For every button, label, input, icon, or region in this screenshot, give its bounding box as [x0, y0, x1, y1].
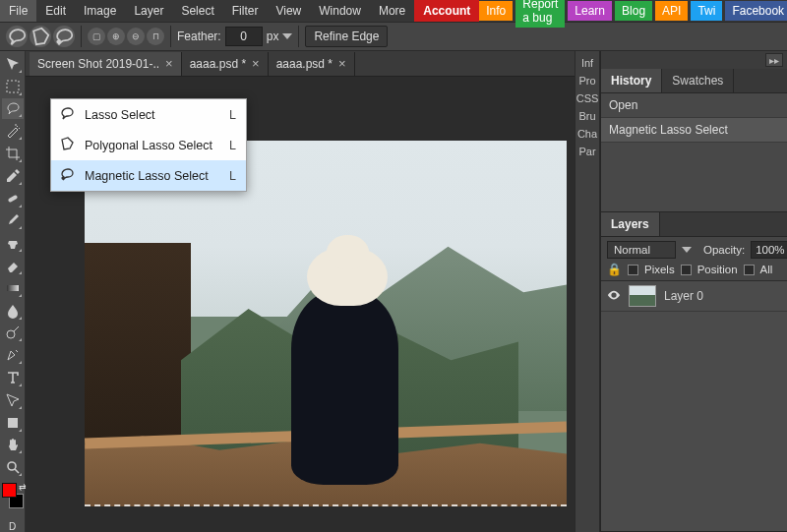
svg-point-7: [61, 176, 64, 179]
document-tab[interactable]: aaaa.psd *×: [269, 52, 355, 76]
menu-window[interactable]: Window: [310, 0, 370, 22]
tool-heal[interactable]: [2, 188, 24, 209]
menu-image[interactable]: Image: [75, 0, 125, 22]
tool-gradient[interactable]: [2, 277, 24, 299]
tool-blur[interactable]: [2, 300, 24, 322]
badge-twi[interactable]: Twi: [691, 1, 722, 21]
separator: [170, 26, 171, 47]
menu-file[interactable]: File: [0, 0, 36, 22]
menu-filter[interactable]: Filter: [223, 0, 268, 22]
layer-thumbnail[interactable]: [629, 285, 656, 307]
close-icon[interactable]: ×: [165, 59, 173, 69]
badge-info[interactable]: Info: [479, 1, 513, 21]
feather-unit: px: [267, 30, 279, 43]
badge-api[interactable]: API: [655, 1, 688, 21]
tool-pen[interactable]: [2, 344, 24, 366]
flyout-item-mag[interactable]: Magnetic Lasso SelectL: [51, 160, 246, 191]
close-icon[interactable]: ×: [252, 59, 260, 69]
sel-sub-icon[interactable]: ⊖: [127, 28, 145, 45]
swap-colors-icon[interactable]: ⇄: [19, 482, 27, 492]
options-tool-icons: [6, 26, 75, 47]
history-row[interactable]: Open: [601, 93, 787, 118]
tab-swatches[interactable]: Swatches: [662, 69, 734, 92]
tool-clone[interactable]: [2, 232, 24, 254]
menu-edit[interactable]: Edit: [36, 0, 75, 22]
document-tab[interactable]: aaaa.psd *×: [182, 52, 269, 76]
document-tabstrip: Screen Shot 2019-01-..×aaaa.psd *×aaaa.p…: [26, 51, 575, 77]
collapsed-panel-strip: InfProCSSBruChaPar: [575, 51, 600, 532]
document-tab[interactable]: Screen Shot 2019-01-..×: [30, 52, 182, 76]
layer-name[interactable]: Layer 0: [664, 289, 703, 303]
flyout-item-shortcut: L: [229, 108, 236, 122]
sel-add-icon[interactable]: ⊕: [107, 28, 125, 45]
lock-all-checkbox[interactable]: [744, 265, 755, 275]
tool-brush[interactable]: [2, 210, 24, 232]
close-icon[interactable]: ×: [338, 59, 346, 69]
badge-blog[interactable]: Blog: [615, 1, 652, 21]
menubar: FileEditImageLayerSelectFilterViewWindow…: [0, 0, 787, 22]
collapsed-panel-cha[interactable]: Cha: [577, 128, 597, 140]
flyout-item-lasso[interactable]: Lasso SelectL: [51, 99, 246, 130]
collapsed-panel-par[interactable]: Par: [578, 146, 595, 157]
history-list: Open Magnetic Lasso Select: [601, 93, 787, 211]
menu-view[interactable]: View: [267, 0, 310, 22]
feather-value-input[interactable]: 0: [225, 27, 263, 46]
menu-account[interactable]: Account: [414, 0, 479, 22]
lock-pixels-label: Pixels: [644, 264, 675, 275]
flyout-item-poly[interactable]: Polygonal Lasso SelectL: [51, 130, 246, 160]
lock-all-label: All: [760, 264, 773, 275]
tool-marquee[interactable]: [2, 76, 24, 97]
tool-lasso[interactable]: [2, 98, 24, 120]
visibility-toggle-icon[interactable]: [607, 288, 621, 305]
badge-bug[interactable]: Report a bug: [515, 0, 565, 28]
lock-position-checkbox[interactable]: [681, 265, 692, 275]
badge-learn[interactable]: Learn: [568, 1, 612, 21]
layers-panel: Layers Normal Opacity: 100% 🔒 Pixels Pos…: [601, 212, 787, 532]
image-figure: [277, 243, 412, 485]
poly-icon: [59, 136, 75, 154]
panel-collapse-button[interactable]: ▸▸: [765, 53, 783, 67]
lasso-tool-flyout: Lasso SelectLPolygonal Lasso SelectLMagn…: [50, 98, 247, 192]
lasso-mode-mag-icon[interactable]: [53, 26, 75, 47]
tool-wand[interactable]: [2, 120, 24, 142]
collapsed-panel-css[interactable]: CSS: [576, 92, 599, 104]
chevron-down-icon[interactable]: [682, 247, 692, 253]
tab-history[interactable]: History: [601, 69, 662, 92]
chevron-down-icon[interactable]: [282, 33, 292, 39]
history-row[interactable]: Magnetic Lasso Select: [601, 118, 787, 143]
svg-rect-5: [8, 418, 18, 428]
default-colors-label[interactable]: D: [9, 521, 16, 532]
tool-crop[interactable]: [2, 143, 24, 164]
collapsed-panel-bru[interactable]: Bru: [578, 110, 595, 122]
tool-hand[interactable]: [2, 435, 24, 456]
badge-fb[interactable]: Facebook: [725, 1, 787, 21]
lasso-mode-free-icon[interactable]: [6, 26, 28, 47]
sel-int-icon[interactable]: ⊓: [147, 28, 164, 45]
foreground-color-swatch[interactable]: [2, 483, 17, 498]
refine-edge-button[interactable]: Refine Edge: [305, 26, 388, 47]
tool-dodge[interactable]: [2, 323, 24, 344]
lasso-mode-poly-icon[interactable]: [30, 26, 51, 47]
menu-layer[interactable]: Layer: [125, 0, 172, 22]
menu-more[interactable]: More: [370, 0, 414, 22]
color-swatches[interactable]: ⇄: [2, 483, 24, 508]
layers-controls: Normal Opacity: 100% 🔒 Pixels Position A…: [601, 237, 787, 281]
flyout-item-shortcut: L: [229, 139, 236, 152]
blend-mode-select[interactable]: Normal: [607, 241, 676, 259]
sel-new-icon[interactable]: ▢: [88, 28, 105, 45]
collapsed-panel-pro[interactable]: Pro: [578, 75, 595, 87]
tool-move[interactable]: [2, 53, 24, 75]
tool-eyedropper[interactable]: [2, 165, 24, 187]
tool-eraser[interactable]: [2, 255, 24, 276]
tool-shape[interactable]: [2, 412, 24, 434]
menu-select[interactable]: Select: [172, 0, 222, 22]
canvas-image[interactable]: [85, 141, 567, 506]
lock-pixels-checkbox[interactable]: [628, 265, 638, 275]
tool-zoom[interactable]: [2, 456, 24, 478]
collapsed-panel-inf[interactable]: Inf: [581, 57, 593, 69]
tool-path[interactable]: [2, 389, 24, 411]
tool-type[interactable]: [2, 367, 24, 388]
layer-row[interactable]: Layer 0: [601, 281, 787, 312]
opacity-value-input[interactable]: 100%: [751, 241, 787, 259]
tab-layers[interactable]: Layers: [601, 212, 660, 236]
